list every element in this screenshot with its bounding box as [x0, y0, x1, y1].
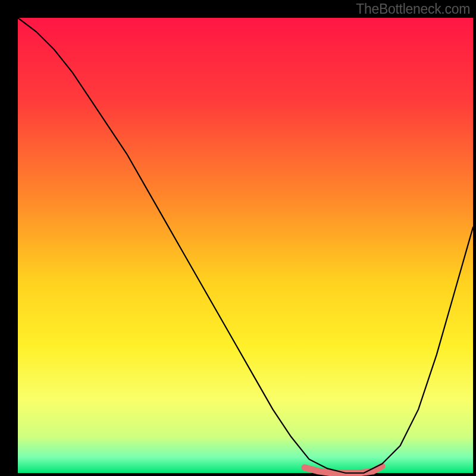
chart-container: TheBottleneck.com: [0, 0, 476, 476]
bottleneck-chart: [0, 0, 476, 476]
watermark-text: TheBottleneck.com: [356, 1, 470, 17]
gradient-background: [18, 18, 473, 473]
